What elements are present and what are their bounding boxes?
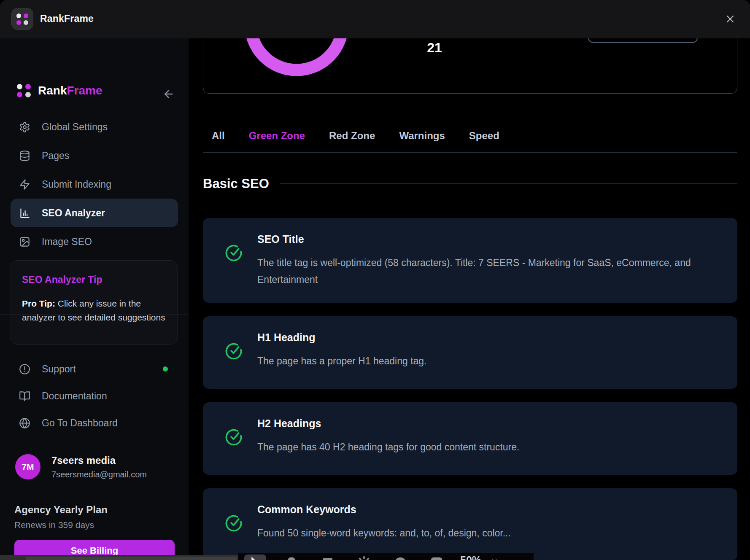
sidebar-item-label: Submit Indexing [42, 179, 111, 190]
bar-chart-icon [19, 207, 30, 219]
rankframe-logo-icon [17, 84, 31, 97]
issue-filter-tabs: All Green Zone Red Zone Warnings Speed [212, 130, 499, 142]
check-card-common-keywords[interactable]: Common Keywords Found 50 single-word key… [203, 488, 737, 560]
app-logo-icon [11, 8, 33, 30]
check-title: H1 Heading [257, 331, 316, 344]
tip-title: SEO Analyzer Tip [22, 274, 166, 285]
sidebar: RankFrame Global Settings Pages Submit I… [0, 38, 189, 560]
close-window-button[interactable] [722, 11, 738, 27]
check-description: The page has 40 H2 heading tags for good… [257, 439, 519, 455]
check-circle-icon [225, 428, 243, 446]
sidebar-item-label: Go To Dashboard [42, 417, 118, 429]
rankframe-window: 21 Good SEO: Target: 90+ All Green Zone … [0, 0, 750, 560]
lightning-icon [19, 179, 30, 190]
shape-tool-button[interactable] [317, 555, 339, 560]
database-icon [19, 150, 30, 162]
tab-warnings[interactable]: Warnings [399, 130, 445, 142]
apps-tool-button[interactable] [426, 555, 448, 560]
apps-icon [430, 556, 443, 560]
section-title: Basic SEO [203, 176, 269, 191]
sidebar-divider [0, 315, 189, 315]
cursor-icon [250, 556, 261, 560]
account-name: 7seers media [51, 455, 147, 466]
check-title: SEO Title [257, 233, 304, 245]
window-title: RankFrame [40, 13, 94, 24]
sidebar-item-documentation[interactable]: Documentation [11, 382, 178, 409]
sidebar-item-label: Pages [42, 150, 69, 162]
image-icon [19, 236, 30, 248]
zoom-level-value: 50% [460, 554, 481, 560]
effects-tool-button[interactable] [353, 555, 375, 560]
tab-all[interactable]: All [212, 130, 225, 142]
sidebar-item-global-settings[interactable]: Global Settings [11, 113, 178, 141]
account-email: 7seersmedia@gmail.com [51, 470, 147, 479]
globe-icon [19, 417, 30, 429]
chevron-down-icon [491, 557, 499, 560]
seo-analyzer-tip-box: SEO Analyzer Tip Pro Tip: Click any issu… [10, 260, 178, 345]
zoom-level-select[interactable]: 50% [460, 553, 499, 560]
tab-green-zone[interactable]: Green Zone [249, 130, 305, 142]
sidebar-divider [0, 494, 189, 494]
basic-seo-section-header: Basic SEO [203, 176, 737, 191]
pen-tool-button[interactable] [281, 555, 302, 560]
help-tool-button[interactable]: ? [389, 555, 411, 560]
sidebar-item-label: Image SEO [42, 236, 92, 248]
desktop-edge-highlight [26, 557, 237, 560]
check-circle-icon [225, 514, 243, 532]
sidebar-item-submit-indexing[interactable]: Submit Indexing [11, 170, 178, 199]
tip-body: Pro Tip: Click any issue in the analyzer… [22, 296, 166, 324]
sidebar-brand: RankFrame [17, 84, 103, 97]
seo-score-gauge-arc [236, 38, 359, 95]
sidebar-item-pages[interactable]: Pages [11, 141, 178, 170]
sidebar-item-go-to-dashboard[interactable]: Go To Dashboard [11, 409, 178, 436]
check-description: The title tag is well-optimized (58 char… [257, 254, 717, 288]
arrow-left-icon [162, 88, 175, 100]
check-circle-icon [225, 342, 243, 360]
cursor-tool-button[interactable] [244, 555, 266, 560]
tabs-divider [203, 152, 737, 153]
sidebar-item-label: SEO Analyzer [42, 207, 105, 219]
check-title: Common Keywords [257, 503, 356, 516]
sidebar-item-label: Support [42, 363, 76, 375]
check-description: The page has a proper H1 heading tag. [257, 353, 427, 369]
sidebar-item-image-seo[interactable]: Image SEO [11, 227, 178, 256]
plan-renewal: Renews in 359 days [14, 520, 94, 530]
tab-red-zone[interactable]: Red Zone [329, 130, 375, 142]
avatar: 7M [15, 454, 40, 479]
gear-icon [19, 121, 30, 133]
pen-tool-icon [285, 556, 298, 560]
sidebar-item-label: Documentation [42, 390, 107, 402]
check-description: Found 50 single-word keywords: and, to, … [257, 525, 511, 541]
sidebar-item-seo-analyzer[interactable]: SEO Analyzer [11, 199, 178, 227]
sidebar-divider [0, 446, 189, 446]
sidebar-nav: Global Settings Pages Submit Indexing SE… [0, 113, 189, 256]
book-open-icon [19, 390, 30, 402]
tip-lead: Pro Tip: [22, 299, 55, 308]
question-icon: ? [394, 556, 407, 560]
sidebar-item-support[interactable]: Support [11, 355, 178, 382]
sun-icon [357, 556, 371, 560]
sidebar-item-label: Global Settings [42, 121, 108, 133]
plan-name: Agency Yearly Plan [14, 504, 108, 516]
tab-speed[interactable]: Speed [469, 130, 499, 142]
check-card-h1-heading[interactable]: H1 Heading The page has a proper H1 head… [203, 316, 737, 389]
account-row[interactable]: 7M 7seers media 7seersmedia@gmail.com [15, 454, 147, 479]
close-icon [725, 14, 735, 24]
support-status-dot [163, 366, 168, 372]
brand-wordmark: RankFrame [38, 84, 103, 97]
check-title: H2 Headings [257, 417, 321, 430]
shape-tool-icon [321, 556, 334, 560]
titlebar: RankFrame [0, 0, 750, 38]
section-rule [280, 183, 737, 184]
screen-overlay-toolbar: ? 50% [238, 553, 534, 560]
check-card-h2-headings[interactable]: H2 Headings The page has 40 H2 heading t… [203, 402, 737, 475]
check-circle-icon [225, 244, 243, 262]
check-card-seo-title[interactable]: SEO Title The title tag is well-optimize… [203, 218, 737, 303]
seo-score-value: 21 [415, 40, 453, 56]
sidebar-collapse-button[interactable] [162, 88, 175, 102]
alert-circle-icon [19, 363, 30, 375]
sidebar-links: Support Documentation Go To Dashboard [0, 355, 189, 436]
